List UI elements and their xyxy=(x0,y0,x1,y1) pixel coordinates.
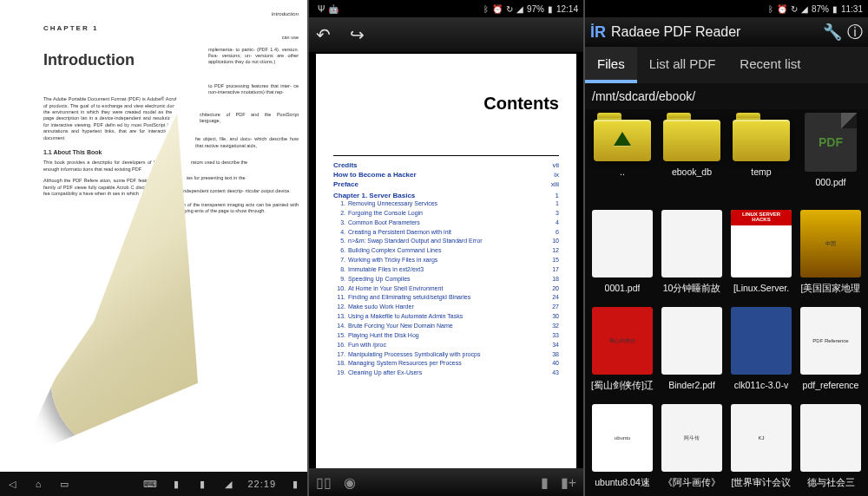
signal-icon: ▮ xyxy=(169,477,183,491)
settings-icon[interactable]: 🔧 xyxy=(823,23,842,42)
file-item[interactable]: clk011c-3.0-v xyxy=(727,307,795,402)
file-label: 0001.pdf xyxy=(605,283,641,293)
toc-row[interactable]: 11.Finding and Eliminating setuid/setgid… xyxy=(333,293,559,303)
status-time: 12:14 xyxy=(556,4,578,14)
file-item[interactable]: .. xyxy=(589,113,656,208)
file-item[interactable]: 中国[美国国家地理 xyxy=(797,210,865,305)
tab-files[interactable]: Files xyxy=(585,47,637,83)
file-thumbnail: 阿斗传 xyxy=(661,404,722,472)
toc-heading[interactable]: Prefacexiii xyxy=(333,180,559,188)
toc-row[interactable]: 17.Manipulating Processes Symbolically w… xyxy=(333,350,559,360)
status-time: 22:19 xyxy=(247,479,276,489)
tab-list-all[interactable]: List all PDF xyxy=(637,47,728,83)
toc-row[interactable]: 16.Fun with /proc34 xyxy=(333,341,559,350)
file-label: ebook_db xyxy=(672,166,712,177)
bluetooth-icon: ᛒ xyxy=(768,4,773,14)
file-thumbnail: 中国 xyxy=(800,210,861,277)
toc-row[interactable]: 1.Removing Unnecessary Services1 xyxy=(333,199,559,209)
pdf-file-browser: ᛒ ⏰ ↻ ◢ 87% ▮ 11:31 İR Radaee PDF Reader… xyxy=(585,0,868,496)
battery-icon: ▮ xyxy=(288,477,302,491)
toc-row[interactable]: 5.n>&m: Swap Standard Output and Standar… xyxy=(333,237,559,246)
forward-icon[interactable]: ↪ xyxy=(350,24,365,45)
file-item[interactable]: LINUX SERVER HACKS[Linux.Server. xyxy=(727,210,795,305)
toc-row[interactable]: 10.At Home in Your Shell Environment20 xyxy=(333,284,559,294)
toc-page-num: 1 xyxy=(556,192,559,199)
contents-title: Contents xyxy=(333,94,559,114)
back-icon[interactable]: ◁ xyxy=(5,477,19,491)
file-item[interactable]: ubuntuubuntu8.04速 xyxy=(589,404,656,496)
keyboard-icon[interactable]: ⌨ xyxy=(143,477,157,491)
file-item[interactable]: 蜀山剑侠传[蜀山剑侠传]辽 xyxy=(589,307,656,402)
recent-icon[interactable]: ▭ xyxy=(57,477,71,491)
file-thumbnail xyxy=(800,404,861,472)
file-label: ubuntu8.04速 xyxy=(595,477,650,489)
file-label: [蜀山剑侠传]辽 xyxy=(591,380,654,392)
under-text: rators used to describe the xyxy=(191,160,299,166)
bookmark-icon[interactable]: ▮ xyxy=(541,474,549,491)
under-text: chitecture of PDF and the PostScript lan… xyxy=(200,112,299,125)
document-page[interactable]: Contents CreditsviiHow to Become a Hacke… xyxy=(316,54,576,468)
file-item[interactable]: temp xyxy=(727,113,795,208)
toc-heading[interactable]: Creditsvii xyxy=(333,161,559,169)
file-item[interactable]: KJ[世界审计会议 xyxy=(727,404,795,496)
toc-row[interactable]: 13.Using a Makefile to Automate Admin Ta… xyxy=(333,312,559,322)
file-label: [世界审计会议 xyxy=(732,477,792,489)
pdf-icon: PDF xyxy=(805,113,857,172)
file-thumbnail: LINUX SERVER HACKS xyxy=(731,210,792,277)
file-thumbnail: 蜀山剑侠传 xyxy=(592,307,653,375)
file-thumbnail xyxy=(661,307,722,375)
tab-recent[interactable]: Recent list xyxy=(727,47,812,83)
file-label: .. xyxy=(620,166,625,177)
under-text: to PDF processing features that inter- c… xyxy=(208,83,299,96)
toc-row[interactable]: 6.Building Complex Command Lines12 xyxy=(333,246,559,256)
app-titlebar: İR Radaee PDF Reader 🔧 ⓘ xyxy=(585,17,868,47)
toc-row[interactable]: 9.Speeding Up Compiles18 xyxy=(333,275,559,284)
file-item[interactable]: PDF Referencepdf_reference xyxy=(797,307,865,402)
toc-chapter: Chapter 1. Server Basics 1 xyxy=(333,192,559,199)
toc-row[interactable]: 12.Make sudo Work Harder27 xyxy=(333,303,559,312)
toc-row[interactable]: 8.Immutable Files in ext2/ext317 xyxy=(333,265,559,275)
toc-heading[interactable]: How to Become a Hackerix xyxy=(333,171,559,179)
file-item[interactable]: 阿斗传《阿斗画传》 xyxy=(658,404,726,496)
wifi-icon: ◢ xyxy=(221,477,235,491)
usb-icon: Ψ xyxy=(318,4,325,14)
current-path[interactable]: /mnt/sdcard/ebook/ xyxy=(585,83,868,109)
file-item[interactable]: Binder2.pdf xyxy=(658,307,726,402)
disc-icon[interactable]: ◉ xyxy=(344,474,356,491)
file-thumbnail: ubuntu xyxy=(592,404,653,472)
file-item[interactable]: 德与社会三 xyxy=(797,404,865,496)
file-item[interactable]: 10分钟睡前故 xyxy=(658,210,726,305)
toc-row[interactable]: 2.Forgoing the Console Login3 xyxy=(333,209,559,219)
toc-row[interactable]: 14.Brute Forcing Your New Domain Name32 xyxy=(333,322,559,331)
file-thumbnail xyxy=(592,210,653,277)
file-item[interactable]: ebook_db xyxy=(658,113,726,208)
tab-bar: Files List all PDF Recent list xyxy=(585,47,868,83)
under-text: tion of the transparent imaging ects can… xyxy=(178,202,299,215)
reader-toolbar: ↶ ↪ xyxy=(309,17,583,52)
file-thumbnail: KJ xyxy=(731,404,792,472)
battery-pct: 97% xyxy=(527,4,544,14)
home-icon[interactable]: ⌂ xyxy=(31,477,45,491)
toc-row[interactable]: 18.Managing System Resources per Process… xyxy=(333,359,559,369)
alarm-icon: ⏰ xyxy=(777,4,787,14)
toc-row[interactable]: 7.Working with Tricky Files in xargs15 xyxy=(333,256,559,265)
thumbnails-icon[interactable]: ▯▯ xyxy=(316,474,332,491)
file-label: 《阿斗画传》 xyxy=(663,477,720,489)
file-item[interactable]: PDF000.pdf xyxy=(797,113,865,208)
bluetooth-icon: ᛒ xyxy=(483,4,489,14)
toc-row[interactable]: 4.Creating a Persistent Daemon with init… xyxy=(333,228,559,238)
toc-chapter-label[interactable]: Chapter 1. Server Basics xyxy=(333,192,415,199)
under-text: mplementa- to partic- (PDF 1.4). version… xyxy=(208,47,299,66)
app-logo-icon: İR xyxy=(590,23,606,42)
bookmark-add-icon[interactable]: ▮+ xyxy=(561,474,576,491)
file-label: clk011c-3.0-v xyxy=(734,380,788,390)
toc-row[interactable]: 19.Cleaning Up after Ex-Users43 xyxy=(333,369,559,378)
file-label: 000.pdf xyxy=(815,177,845,187)
back-up-icon[interactable]: ↶ xyxy=(316,24,331,45)
sync-icon: ↻ xyxy=(791,4,798,14)
file-thumbnail xyxy=(731,307,792,375)
file-item[interactable]: 0001.pdf xyxy=(589,210,656,305)
toc-row[interactable]: 3.Common Boot Parameters4 xyxy=(333,219,559,228)
toc-row[interactable]: 15.Playing Hunt the Disk Hog33 xyxy=(333,331,559,341)
info-icon[interactable]: ⓘ xyxy=(847,22,863,42)
